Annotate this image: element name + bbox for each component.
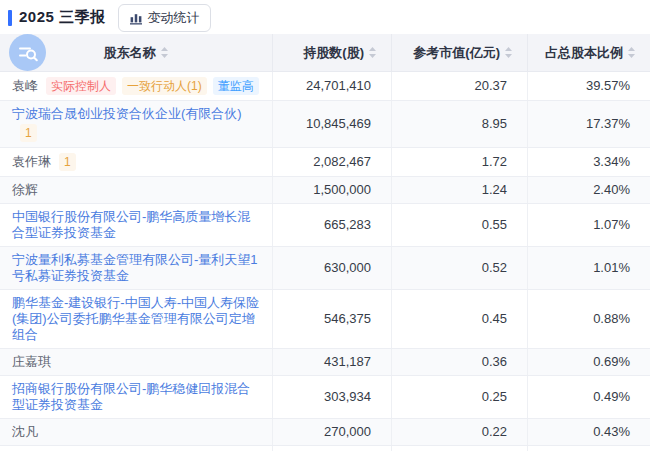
shareholder-name-cell: 袁作琳 1 <box>0 148 273 176</box>
share-ratio-cell: 0.49% <box>528 376 650 418</box>
shareholder-tags: 1 <box>59 153 76 171</box>
share-ratio-cell: 0.43% <box>528 419 650 445</box>
share-ratio-cell: 2.40% <box>528 177 650 203</box>
shareholder-name-cell: 宁波瑞合晟创业投资合伙企业(有限合伙) 1 <box>0 101 273 147</box>
shares-held-cell: 1,500,000 <box>273 177 392 203</box>
shareholder-name-cell: 庄嘉琪 <box>0 349 273 375</box>
shares-held-cell: 303,934 <box>273 376 392 418</box>
market-value-cell: 0.36 <box>392 349 528 375</box>
shares-held-cell: 630,000 <box>273 247 392 289</box>
table-body: 袁峰 实际控制人一致行动人(1)董监高 24,701,410 20.37 39.… <box>0 72 650 451</box>
shareholder-name-cell: 招商银行股份有限公司-鹏华稳健回报混合型证券投资基金 <box>0 376 273 418</box>
shares-held-cell: 10,845,469 <box>273 101 392 147</box>
table-row: 鹏华基金-建设银行-中国人寿-中国人寿保险(集团)公司委托鹏华基金管理有限公司定… <box>0 290 650 349</box>
shareholder-tags: 实际控制人一致行动人(1)董监高 <box>46 77 259 95</box>
market-value-cell: 1.24 <box>392 177 528 203</box>
shareholder-name[interactable]: 招商银行股份有限公司-鹏华稳健回报混合型证券投资基金 <box>12 381 262 413</box>
market-value-cell: 20.37 <box>392 72 528 100</box>
title-accent-bar <box>8 10 12 26</box>
shareholder-name-cell: 徐辉 <box>0 177 273 203</box>
column-header-share-ratio[interactable]: 占总股本比例 <box>528 34 650 71</box>
shareholder-name: 徐辉 <box>12 182 38 198</box>
share-ratio-cell: 1.01% <box>528 247 650 289</box>
table-row: 徐辉 1,500,000 1.24 2.40% <box>0 177 650 204</box>
share-ratio-cell: 3.34% <box>528 148 650 176</box>
shareholder-name[interactable]: 中国银行股份有限公司-鹏华高质量增长混合型证券投资基金 <box>12 209 262 241</box>
share-ratio-cell: 0.88% <box>528 290 650 348</box>
report-header: 2025 三季报 变动统计 <box>0 0 650 34</box>
change-statistics-label: 变动统计 <box>148 9 200 27</box>
market-value-cell: 0.45 <box>392 290 528 348</box>
shareholder-tag: 董监高 <box>213 77 259 95</box>
shares-held-cell: 41,976,125 <box>273 446 392 451</box>
share-ratio-cell: 39.57% <box>528 72 650 100</box>
table-row: 中国银行股份有限公司-鹏华高质量增长混合型证券投资基金 665,283 0.55… <box>0 204 650 247</box>
share-ratio-cell: 67.25% <box>528 446 650 451</box>
shares-held-cell: 431,187 <box>273 349 392 375</box>
column-header-shares-held[interactable]: 持股数(股) <box>273 34 392 71</box>
shareholder-name[interactable]: 宁波瑞合晟创业投资合伙企业(有限合伙) <box>12 106 242 122</box>
market-value-cell: 0.55 <box>392 204 528 246</box>
table-row: 宁波量利私募基金管理有限公司-量利天望1号私募证券投资基金 630,000 0.… <box>0 247 650 290</box>
shareholder-name-cell: 袁峰 实际控制人一致行动人(1)董监高 <box>0 72 273 100</box>
market-value-cell: 0.22 <box>392 419 528 445</box>
shareholder-name: 袁峰 <box>12 78 38 94</box>
shareholder-name: 庄嘉琪 <box>12 354 51 370</box>
shares-held-cell: 270,000 <box>273 419 392 445</box>
shares-held-cell: 24,701,410 <box>273 72 392 100</box>
shareholder-name-cell: 宁波量利私募基金管理有限公司-量利天望1号私募证券投资基金 <box>0 247 273 289</box>
shareholder-name[interactable]: 宁波量利私募基金管理有限公司-量利天望1号私募证券投资基金 <box>12 252 262 284</box>
market-value-cell: 0.52 <box>392 247 528 289</box>
shareholder-tag: 一致行动人(1) <box>122 77 207 95</box>
sort-caret-icon[interactable] <box>504 47 513 58</box>
share-ratio-cell: 0.69% <box>528 349 650 375</box>
shareholder-table: 股东名称 持股数(股) 参考市值(亿元) 占总股本比例 <box>0 34 650 451</box>
shares-held-cell: 665,283 <box>273 204 392 246</box>
shares-held-cell: 2,082,467 <box>273 148 392 176</box>
share-ratio-cell: 17.37% <box>528 101 650 147</box>
table-row: 庄嘉琪 431,187 0.36 0.69% <box>0 349 650 376</box>
table-search-filter-button[interactable] <box>9 34 46 71</box>
share-ratio-cell: 1.07% <box>528 204 650 246</box>
table-row: 袁峰 实际控制人一致行动人(1)董监高 24,701,410 20.37 39.… <box>0 72 650 101</box>
market-value-cell: 34.63 <box>392 446 528 451</box>
shareholder-name[interactable]: 鹏华基金-建设银行-中国人寿-中国人寿保险(集团)公司委托鹏华基金管理有限公司定… <box>12 295 262 343</box>
shareholder-tags: 1 <box>20 124 37 142</box>
table-row: 袁作琳 1 2,082,467 1.72 3.34% <box>0 148 650 177</box>
table-row: 宁波瑞合晟创业投资合伙企业(有限合伙) 1 10,845,469 8.95 17… <box>0 101 650 148</box>
sort-caret-icon[interactable] <box>368 47 377 58</box>
market-value-cell: 8.95 <box>392 101 528 147</box>
shareholder-name: 沈凡 <box>12 424 38 440</box>
shareholder-report-panel: 2025 三季报 变动统计 股东名称 持股数(股) <box>0 0 650 451</box>
bar-chart-icon <box>129 11 143 25</box>
table-row: 招商银行股份有限公司-鹏华稳健回报混合型证券投资基金 303,934 0.25 … <box>0 376 650 419</box>
market-value-cell: 0.25 <box>392 376 528 418</box>
change-statistics-button[interactable]: 变动统计 <box>118 4 211 32</box>
shareholder-tag: 1 <box>59 153 76 171</box>
shareholder-name-cell: 合计 <box>0 446 273 451</box>
table-row: 沈凡 270,000 0.22 0.43% <box>0 419 650 446</box>
market-value-cell: 1.72 <box>392 148 528 176</box>
table-header-row: 股东名称 持股数(股) 参考市值(亿元) 占总股本比例 <box>0 34 650 72</box>
shares-held-cell: 546,375 <box>273 290 392 348</box>
sort-caret-icon[interactable] <box>627 47 636 58</box>
shareholder-name-cell: 鹏华基金-建设银行-中国人寿-中国人寿保险(集团)公司委托鹏华基金管理有限公司定… <box>0 290 273 348</box>
shareholder-tag: 1 <box>20 124 37 142</box>
table-row: 合计 41,976,125 34.63 67.25% <box>0 446 650 451</box>
page-title: 2025 三季报 <box>19 8 106 27</box>
shareholder-tag: 实际控制人 <box>46 77 116 95</box>
shareholder-name: 袁作琳 <box>12 154 51 170</box>
shareholder-name-cell: 中国银行股份有限公司-鹏华高质量增长混合型证券投资基金 <box>0 204 273 246</box>
sort-caret-icon[interactable] <box>160 47 169 58</box>
shareholder-name-cell: 沈凡 <box>0 419 273 445</box>
column-header-market-value[interactable]: 参考市值(亿元) <box>392 34 528 71</box>
